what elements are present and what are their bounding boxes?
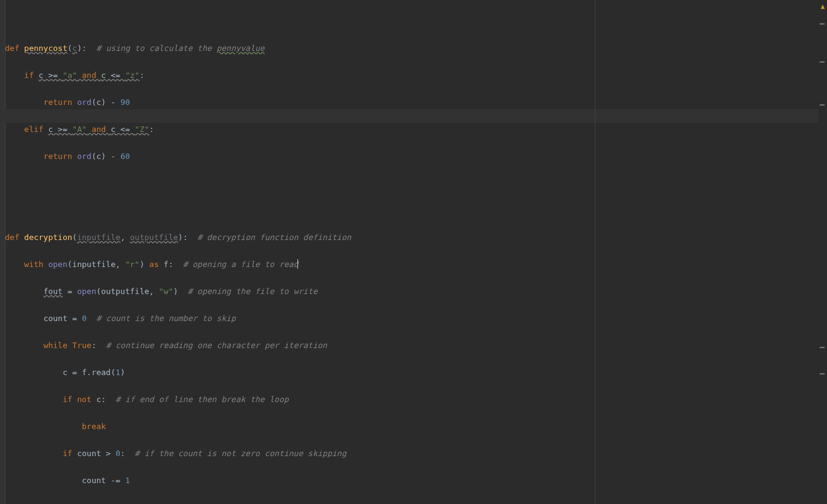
colon: : [139,71,144,80]
op-minus: - [106,152,120,161]
comment: # count is the number to skip [96,314,236,323]
marker[interactable] [820,373,825,374]
paren-close: ) [120,368,125,377]
warning-icon[interactable]: ▲ [820,4,826,10]
op-minuseq: -= [106,476,125,485]
kw-true: True [73,341,92,350]
var-count: count [44,314,68,323]
kw-not: not [77,395,96,404]
error-stripe[interactable]: ▲ [818,0,827,504]
kw-return: return [44,152,77,161]
num-1: 1 [125,476,130,485]
kw-while: while [44,341,73,350]
op-le: <= [116,125,135,134]
code-area[interactable]: def pennycost(c): # using to calculate t… [5,1,810,498]
colon: : [168,260,173,269]
colon: : [101,395,106,404]
text-caret [297,259,298,269]
comment: # opening a file to read [183,260,299,269]
var-c: c [96,98,101,107]
num-0: 0 [82,314,87,323]
paren-open: ( [92,98,96,107]
str-A: "A" [73,125,87,134]
paren-close: ) [178,233,183,242]
colon: : [183,233,188,242]
var-count: count [82,476,106,485]
comment: # continue reading one character per ite… [106,341,327,350]
str-Z: "Z" [135,125,149,134]
call-fread: f.read [82,368,111,377]
var-c: c [111,125,116,134]
str-w: "w" [159,287,173,296]
kw-def: def [5,44,24,53]
code-editor[interactable]: def pennycost(c): # using to calculate t… [0,0,827,504]
comment-word: pennyvalue [216,44,264,53]
num-0: 0 [116,449,120,458]
op-eq: = [68,314,82,323]
kw-as: as [144,260,163,269]
kw-if: if [63,395,77,404]
var-count: count [77,449,101,458]
var-c: c [96,152,101,161]
builtin-open: open [48,260,67,269]
kw-break: break [82,422,106,431]
op-ge: >= [44,71,63,80]
kw-if: if [24,71,38,80]
paren-open: ( [111,368,116,377]
op-ge: >= [53,125,72,134]
fn-pennycost: pennycost [24,44,67,53]
comment: # if end of line then break the loop [116,395,289,404]
var-fout: fout [44,287,63,296]
marker[interactable] [820,23,825,25]
colon: : [82,44,87,53]
comment: # if the count is not zero continue skip… [135,449,346,458]
str-z: "z" [125,71,139,80]
kw-and: and [77,71,101,80]
var-c: c [39,71,44,80]
num-1: 1 [116,368,120,377]
paren-open: ( [68,44,73,53]
comma: , [116,260,125,269]
colon: : [149,125,154,134]
comment: # opening the file to write [187,287,317,296]
comment: # using to calculate the [96,44,217,53]
marker[interactable] [820,61,825,63]
fn-decryption: decryption [24,233,72,242]
op-gt: > [101,449,116,458]
builtin-ord: ord [77,98,91,107]
comma: , [120,233,130,242]
paren-open: ( [92,152,96,161]
op-minus: - [106,98,120,107]
param-outputfile: outputfile [130,233,178,242]
builtin-ord: ord [77,152,91,161]
colon: : [120,449,125,458]
op-le: <= [106,71,125,80]
builtin-open: open [77,287,96,296]
paren-open: ( [68,260,73,269]
paren-close: ) [173,287,178,296]
comma: , [149,287,159,296]
kw-return: return [44,98,77,107]
kw-and: and [87,125,111,134]
paren-close: ) [139,260,144,269]
var-f: f [163,260,168,269]
str-a: "a" [63,71,77,80]
op-eq: = [68,368,82,377]
var-c: c [96,395,101,404]
num-60: 60 [120,152,130,161]
param-inputfile: inputfile [77,233,120,242]
marker[interactable] [820,347,825,348]
paren-open: ( [96,287,101,296]
op-eq: = [63,287,77,296]
str-r: "r" [125,260,139,269]
kw-def: def [5,233,24,242]
var-c: c [63,368,68,377]
comment: # decryption function definition [197,233,351,242]
arg-outputfile: outputfile [101,287,149,296]
colon: : [92,341,96,350]
kw-elif: elif [24,125,48,134]
kw-if: if [63,449,77,458]
num-90: 90 [120,98,130,107]
marker[interactable] [820,104,825,106]
arg-inputfile: inputfile [73,260,116,269]
